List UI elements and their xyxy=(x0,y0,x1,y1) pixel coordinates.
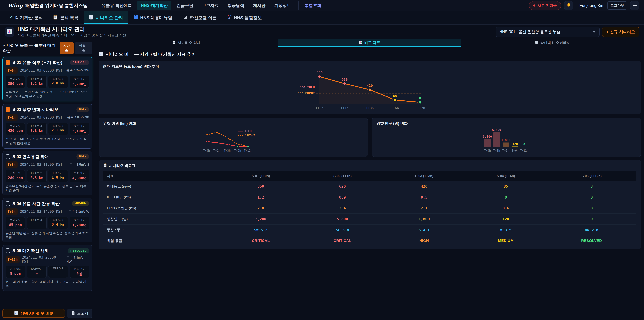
sort-by-risk-button[interactable]: 위험도순 xyxy=(75,42,92,54)
metric-box: 최대농도850 ppm xyxy=(6,76,25,88)
wind-info: 풍속 4.8m/s SE xyxy=(67,115,89,120)
tab-label: 시나리오 상세 xyxy=(178,40,201,45)
metric-label: IDLH반경 xyxy=(28,218,46,222)
svg-text:300 ERPG2: 300 ERPG2 xyxy=(298,92,315,95)
sort-by-time-button[interactable]: 시간순 xyxy=(60,42,74,54)
bar-chart-icon xyxy=(6,28,13,36)
table-cell-value: RESOLVED xyxy=(547,235,636,246)
metric-label: IDLH반경 xyxy=(28,267,46,271)
tab-compare-chart[interactable]: 비교 차트 xyxy=(278,39,461,47)
scenario-checkbox[interactable] xyxy=(6,248,10,253)
subtab-label: 시나리오 관리 xyxy=(96,15,123,21)
metric-value: 4,800명 xyxy=(70,176,88,181)
scenario-card-s04[interactable]: S-04 유출 차단·잔류 확산MEDIUMT+6h2024.11.03 14:… xyxy=(2,198,92,242)
table-column-header: S-01 (T+0h) xyxy=(220,171,302,181)
metric-box: IDLH반경0.5 km xyxy=(27,170,46,182)
scenario-checkbox[interactable] xyxy=(6,201,10,206)
scenario-datetime: 2024.11.03 20:00 KST xyxy=(22,255,64,263)
subtab-analysis[interactable]: 대기확산 분석 xyxy=(3,11,48,25)
menu-button[interactable] xyxy=(630,1,639,10)
incident-status-badge: 사고 진행중 xyxy=(529,1,561,10)
svg-text:850: 850 xyxy=(316,70,322,74)
table-cell-value: SW 5.2 xyxy=(220,224,302,235)
table-cell-value: 5,800 xyxy=(302,214,384,224)
logout-button[interactable]: 로그아웃 xyxy=(608,1,627,10)
concentration-trend-panel: 최대 지표면 농도 (ppm) 변화 추이 500 IDLH300 ERPG28… xyxy=(98,61,641,114)
metric-label: 영향인구 xyxy=(70,171,88,175)
scenario-card-s03[interactable]: S-03 연속유출 확대HIGHT+3h2024.11.03 11:00 KST… xyxy=(2,151,92,195)
map-icon xyxy=(534,41,538,45)
compare-scenarios-button[interactable]: 선택 시나리오 비교 xyxy=(2,309,65,318)
subtab-manual[interactable]: HNS 대응매뉴얼 xyxy=(128,11,178,25)
nav-item-oil-spill[interactable]: 유출유 확산예측 xyxy=(98,1,136,10)
scenario-checkbox[interactable]: ✓ xyxy=(6,60,10,65)
metric-box: IDLH반경1.2 km xyxy=(27,76,46,88)
content-scroll-area: 시나리오 비교 — 시간대별 대기확산 지표 추이 최대 지표면 농도 (ppm… xyxy=(95,48,644,320)
compare-scenarios-label: 선택 시나리오 비교 xyxy=(20,311,53,316)
table-column-header: 지표 xyxy=(103,171,220,181)
time-offset-chip: T+3h xyxy=(6,161,18,168)
metric-value: 280 ppm xyxy=(6,176,24,180)
table-cell-value: 420 xyxy=(384,181,465,192)
table-cell-value: MEDIUM xyxy=(465,235,547,246)
scenario-card-title: S-05 대기확산 해제 xyxy=(12,248,49,253)
chevron-down-icon xyxy=(592,31,596,33)
nav-item-board[interactable]: 게시판 xyxy=(249,1,269,10)
svg-text:620: 620 xyxy=(342,77,348,81)
metric-label: 영향인구 xyxy=(70,267,88,271)
subtab-scenario[interactable]: 시나리오 관리 xyxy=(84,11,128,25)
nav-item-integrated[interactable]: 통합조회 xyxy=(298,1,325,10)
metric-label: IDLH반경 xyxy=(28,171,46,175)
svg-text:85: 85 xyxy=(393,94,397,98)
table-cell-value: 3.4 xyxy=(302,203,384,214)
scenario-card-list: ✓S-01 유출 직후 (초기 확산)CRITICALT+0h2024.11.0… xyxy=(0,56,95,307)
table-cell-value: 2.1 xyxy=(384,203,465,214)
subtab-label: HNS 물질정보 xyxy=(234,15,262,21)
scenario-description: 풍향 SE 전환. 주거지역 방향 확산 확대. 영향인구 증가. 대피 범위 … xyxy=(6,137,89,145)
tab-overlay[interactable]: 확산범위 오버레이 xyxy=(461,39,644,47)
subtab-substance[interactable]: HNS 물질정보 xyxy=(222,11,267,25)
scenario-card-title: S-01 유출 직후 (초기 확산) xyxy=(12,60,62,65)
scenario-select[interactable]: HNS-001 · 울산 온산항 톨루엔 누출 xyxy=(496,27,600,37)
table-cell-value: 0 xyxy=(547,203,636,214)
scenario-card-s01[interactable]: ✓S-01 유출 직후 (초기 확산)CRITICALT+0h2024.11.0… xyxy=(2,57,92,101)
table-row: IDLH 반경 (km)1.20.90.500 xyxy=(103,192,636,203)
nav-item-rescue[interactable]: 긴급구난 xyxy=(173,1,197,10)
scenario-card-s02[interactable]: ✓S-02 풍향 변화 시나리오HIGHT+1h2024.11.03 09:00… xyxy=(2,104,92,148)
clipboard-icon xyxy=(53,15,58,21)
ruler-icon xyxy=(182,15,188,21)
nav-item-hns-air[interactable]: HNS·대기확산 xyxy=(137,1,172,10)
metric-label: ERPG-2 xyxy=(49,267,67,270)
tab-detail[interactable]: 시나리오 상세 xyxy=(95,39,278,47)
subtab-list[interactable]: 분석 목록 xyxy=(48,11,84,25)
notifications-button[interactable] xyxy=(564,1,573,10)
table-row-label: 위험 등급 xyxy=(103,235,220,246)
new-scenario-button[interactable]: + 신규 시나리오 xyxy=(602,27,639,37)
risk-level-badge: MEDIUM xyxy=(72,201,89,206)
hamburger-icon xyxy=(632,3,637,8)
nav-item-weather[interactable]: 기상정보 xyxy=(270,1,295,10)
time-offset-chip: T+1h xyxy=(6,114,18,121)
subtab-label: HNS 대응매뉴얼 xyxy=(140,15,172,21)
metric-box: 최대농도420 ppm xyxy=(6,123,25,135)
scenario-checkbox[interactable]: ✓ xyxy=(6,107,10,112)
metric-value: 8 ppm xyxy=(6,271,24,275)
table-row: 영향인구 (명)3,2005,8001,8001200 xyxy=(103,214,636,224)
nav-item-air-search[interactable]: 항공탐색 xyxy=(224,1,248,10)
table-cell-value: 0 xyxy=(465,192,547,203)
time-offset-chip: T+0h xyxy=(6,67,18,74)
metric-box: 영향인구4,800명 xyxy=(70,170,89,182)
table-cell-value: 0.9 xyxy=(302,192,384,203)
sub-navigation: 대기확산 분석분석 목록시나리오 관리HNS 대응매뉴얼확산모델 이론HNS 물… xyxy=(0,11,644,25)
comparison-table-title: 시나리오 비교표 xyxy=(103,163,636,168)
scenario-checkbox[interactable] xyxy=(6,154,10,159)
report-button[interactable]: 보고서 xyxy=(67,309,92,318)
subtab-model-theory[interactable]: 확산모델 이론 xyxy=(178,11,222,25)
metric-box: 영향인구0명 xyxy=(70,266,89,278)
table-cell-value: SE 6.8 xyxy=(302,224,384,235)
metric-box: ERPG-22.1 km xyxy=(48,123,68,135)
nav-item-reports[interactable]: 보고자료 xyxy=(198,1,222,10)
scenario-card-s05[interactable]: S-05 대기확산 해제RESOLVEDT+12h2024.11.03 20:0… xyxy=(2,245,92,291)
comparison-table: 지표S-01 (T+0h)S-02 (T+1h)S-03 (T+3h)S-04 … xyxy=(103,171,636,246)
table-cell-value: 0 xyxy=(547,214,636,224)
